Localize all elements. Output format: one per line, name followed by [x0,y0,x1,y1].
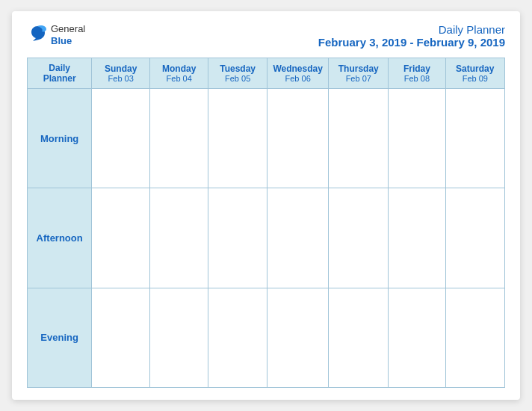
morning-row: Morning [28,89,505,188]
afternoon-label: Afternoon [28,188,92,288]
thursday-name: Thursday [332,64,385,74]
planner-page: General Blue Daily Planner February 3, 2… [12,11,520,400]
morning-friday-cell[interactable] [389,89,445,188]
afternoon-wednesday-cell[interactable] [267,188,328,288]
col-header-saturday: Saturday Feb 09 [445,58,504,89]
sunday-name: Sunday [95,64,146,74]
corner-line2: Planner [31,73,88,84]
morning-tuesday-cell[interactable] [208,89,267,188]
morning-label: Morning [28,89,92,188]
title-block: Daily Planner February 3, 2019 - Februar… [318,23,505,49]
wednesday-date: Feb 06 [270,74,325,83]
morning-thursday-cell[interactable] [329,89,389,188]
evening-saturday-cell[interactable] [445,288,504,387]
logo-blue: Blue [51,35,72,46]
page-header: General Blue Daily Planner February 3, 2… [27,23,505,49]
planner-title: Daily Planner [318,23,505,36]
friday-name: Friday [392,64,442,74]
tuesday-name: Tuesday [211,64,264,74]
morning-sunday-cell[interactable] [92,89,150,188]
evening-wednesday-cell[interactable] [267,288,328,387]
logo: General Blue [27,23,85,47]
afternoon-sunday-cell[interactable] [92,188,150,288]
evening-monday-cell[interactable] [150,288,208,387]
morning-wednesday-cell[interactable] [267,89,328,188]
calendar-table: Daily Planner Sunday Feb 03 Monday Feb 0… [27,58,505,388]
col-header-sunday: Sunday Feb 03 [92,58,150,89]
evening-label: Evening [28,288,92,387]
logo-text: General Blue [51,23,85,46]
tuesday-date: Feb 05 [211,74,264,83]
saturday-date: Feb 09 [449,74,501,83]
header-row: Daily Planner Sunday Feb 03 Monday Feb 0… [28,58,505,89]
evening-tuesday-cell[interactable] [208,288,267,387]
friday-date: Feb 08 [392,74,442,83]
afternoon-saturday-cell[interactable] [445,188,504,288]
morning-monday-cell[interactable] [150,89,208,188]
monday-name: Monday [153,64,205,74]
planner-date-range: February 3, 2019 - February 9, 2019 [318,36,505,49]
afternoon-tuesday-cell[interactable] [208,188,267,288]
afternoon-monday-cell[interactable] [150,188,208,288]
wednesday-name: Wednesday [270,64,325,74]
logo-general: General [51,23,85,34]
afternoon-row: Afternoon [28,188,505,288]
evening-thursday-cell[interactable] [329,288,389,387]
bird-icon [27,23,48,44]
col-header-monday: Monday Feb 04 [150,58,208,89]
thursday-date: Feb 07 [332,74,385,83]
col-header-friday: Friday Feb 08 [389,58,445,89]
morning-saturday-cell[interactable] [445,89,504,188]
afternoon-friday-cell[interactable] [389,188,445,288]
col-header-tuesday: Tuesday Feb 05 [208,58,267,89]
evening-row: Evening [28,288,505,387]
evening-friday-cell[interactable] [389,288,445,387]
evening-sunday-cell[interactable] [92,288,150,387]
corner-line1: Daily [31,63,88,73]
corner-header: Daily Planner [28,58,92,89]
monday-date: Feb 04 [153,74,205,83]
saturday-name: Saturday [449,64,501,74]
sunday-date: Feb 03 [95,74,146,83]
col-header-thursday: Thursday Feb 07 [329,58,389,89]
col-header-wednesday: Wednesday Feb 06 [267,58,328,89]
afternoon-thursday-cell[interactable] [329,188,389,288]
